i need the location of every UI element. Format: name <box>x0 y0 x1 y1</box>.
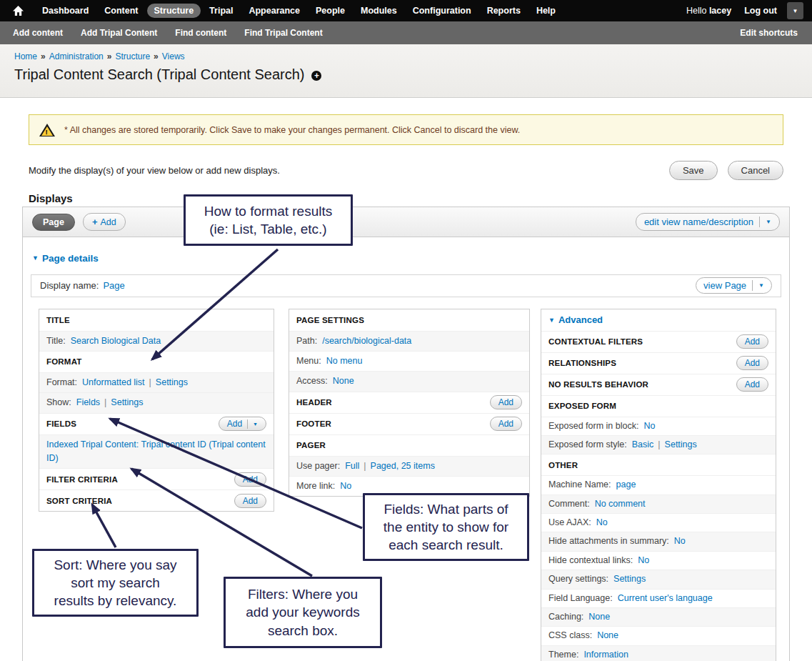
section-title: FOOTER <box>296 419 331 428</box>
add-display-button[interactable]: +Add <box>83 213 126 231</box>
row-title: TITLE <box>39 309 274 331</box>
sort-criteria-add-button[interactable]: Add <box>234 494 266 508</box>
admin-nav-configuration[interactable]: Configuration <box>406 4 478 18</box>
row-exposed-form-style: Exposed form style:Basic|Settings <box>541 435 776 454</box>
cancel-button[interactable]: Cancel <box>728 161 783 180</box>
section-title: FILTER CRITERIA <box>46 475 118 484</box>
setting-label: Hide contextual links: <box>548 554 633 567</box>
toggle-label: Advanced <box>558 314 603 325</box>
no-results-behavior-add-button[interactable]: Add <box>736 377 768 392</box>
shortcut-add-tripal-content[interactable]: Add Tripal Content <box>81 28 157 38</box>
page-details-toggle[interactable]: ▼ Page details <box>32 253 99 264</box>
admin-nav-people[interactable]: People <box>309 4 352 18</box>
display-buttons-bar: Page +Add edit view name/description ▼ <box>23 207 789 237</box>
none-link[interactable]: None <box>333 376 354 386</box>
row-title: Title:Search Biological Data <box>39 331 274 351</box>
information-link[interactable]: Information <box>583 650 628 660</box>
row-relationships: RELATIONSHIPSAdd <box>541 352 776 374</box>
username: lacey <box>709 6 731 16</box>
fields-link[interactable]: Fields <box>76 397 100 407</box>
basic-link[interactable]: Basic <box>632 439 654 449</box>
home-icon[interactable] <box>9 0 27 21</box>
admin-nav-content[interactable]: Content <box>97 4 145 18</box>
view-page-button[interactable]: view Page ▼ <box>696 277 772 294</box>
separator: | <box>364 461 366 471</box>
action-row: Modify the display(s) of your view below… <box>29 161 783 180</box>
setting-links: No <box>638 554 649 567</box>
contextual-filters-add-button[interactable]: Add <box>736 334 768 349</box>
fields-add-button[interactable]: Add▼ <box>219 417 266 431</box>
full-link[interactable]: Full <box>345 461 359 471</box>
search-biological-data-link[interactable]: Search Biological Data <box>71 336 161 346</box>
column-right: ▼AdvancedCONTEXTUAL FILTERSAddRELATIONSH… <box>541 309 776 661</box>
displays-container: Page +Add edit view name/description ▼ ▼… <box>22 207 790 661</box>
row-menu: Menu:No menu <box>289 351 529 371</box>
section-title: PAGE SETTINGS <box>296 316 364 324</box>
none-link[interactable]: None <box>597 630 618 640</box>
logout-link[interactable]: Log out <box>744 6 777 16</box>
indexed-tripal-content-tripal--link[interactable]: Indexed Tripal Content: Tripal content I… <box>46 439 266 463</box>
shortcut-find-tripal-content[interactable]: Find Tripal Content <box>244 28 322 38</box>
warning-icon: ! <box>39 124 55 136</box>
no-link[interactable]: No <box>638 555 649 565</box>
search-biological-data-link[interactable]: /search/biological-data <box>322 336 411 346</box>
plus-icon: + <box>92 217 98 227</box>
no-link[interactable]: No <box>643 421 655 431</box>
admin-nav-dashboard[interactable]: Dashboard <box>35 4 96 18</box>
row-advanced[interactable]: ▼Advanced <box>541 309 776 331</box>
breadcrumb-separator: » <box>107 51 112 61</box>
relationships-add-button[interactable]: Add <box>736 356 768 370</box>
page-link[interactable]: page <box>616 479 636 489</box>
setting-label: Caching: <box>548 610 583 624</box>
row-show: Show:Fields|Settings <box>39 392 274 412</box>
save-button[interactable]: Save <box>669 161 718 180</box>
no-menu-link[interactable]: No menu <box>326 356 363 366</box>
edit-view-name-button[interactable]: edit view name/description ▼ <box>636 213 780 231</box>
shortcut-find-content[interactable]: Find content <box>175 28 226 38</box>
current-user-s-language-link[interactable]: Current user's language <box>618 593 713 603</box>
settings-link[interactable]: Settings <box>613 574 646 584</box>
setting-label: Use pager: <box>296 459 340 473</box>
toolbar-toggle-button[interactable]: ▼ <box>787 2 803 19</box>
display-tab-page[interactable]: Page <box>32 214 75 231</box>
no-comment-link[interactable]: No comment <box>595 499 646 509</box>
header-add-button[interactable]: Add <box>490 395 522 409</box>
row-path: Path:/search/biological-data <box>289 331 529 351</box>
section-title: TITLE <box>46 316 70 324</box>
setting-links: No <box>674 535 686 548</box>
breadcrumb-structure[interactable]: Structure <box>115 51 150 61</box>
no-link[interactable]: No <box>674 536 686 546</box>
row-other: OTHER <box>541 454 776 475</box>
admin-nav-structure[interactable]: Structure <box>147 4 201 18</box>
none-link[interactable]: None <box>588 612 610 622</box>
filter-criteria-add-button[interactable]: Add <box>234 472 266 487</box>
footer-add-button[interactable]: Add <box>490 417 522 431</box>
edit-shortcuts-link[interactable]: Edit shortcuts <box>740 28 798 38</box>
unformatted-list-link[interactable]: Unformatted list <box>82 377 145 387</box>
breadcrumb-administration[interactable]: Administration <box>49 51 104 61</box>
settings-link[interactable]: Settings <box>156 377 188 387</box>
admin-nav-help[interactable]: Help <box>529 4 563 18</box>
no-link[interactable]: No <box>596 517 608 527</box>
admin-nav-tripal[interactable]: Tripal <box>202 4 240 18</box>
admin-nav-modules[interactable]: Modules <box>354 4 404 18</box>
user-greeting: Hello lacey <box>686 6 731 16</box>
setting-links: No <box>340 479 351 493</box>
shortcut-add-content[interactable]: Add content <box>13 28 63 38</box>
settings-link[interactable]: Settings <box>111 397 143 407</box>
breadcrumb-home[interactable]: Home <box>14 51 37 61</box>
paged-25-items-link[interactable]: Paged, 25 items <box>371 461 435 471</box>
admin-nav-reports[interactable]: Reports <box>480 4 528 18</box>
setting-label: Exposed form in block: <box>548 419 638 433</box>
section-title: FIELDS <box>46 419 76 428</box>
no-link[interactable]: No <box>340 481 351 491</box>
modify-description: Modify the display(s) of your view below… <box>29 165 280 176</box>
contextual-plus-icon[interactable]: + <box>311 71 321 81</box>
display-name-value-link[interactable]: Page <box>103 280 124 291</box>
settings-link[interactable]: Settings <box>665 439 697 449</box>
divider <box>759 217 760 227</box>
row-access: Access:None <box>289 371 529 391</box>
breadcrumb-views[interactable]: Views <box>162 51 185 61</box>
setting-label: Use AJAX: <box>548 516 591 530</box>
admin-nav-appearance[interactable]: Appearance <box>241 4 307 18</box>
